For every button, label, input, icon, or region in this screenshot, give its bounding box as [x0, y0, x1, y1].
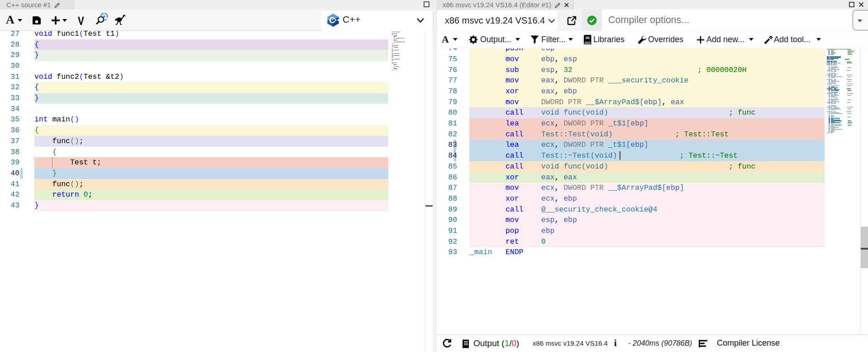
svg-text:C: C	[329, 15, 335, 25]
